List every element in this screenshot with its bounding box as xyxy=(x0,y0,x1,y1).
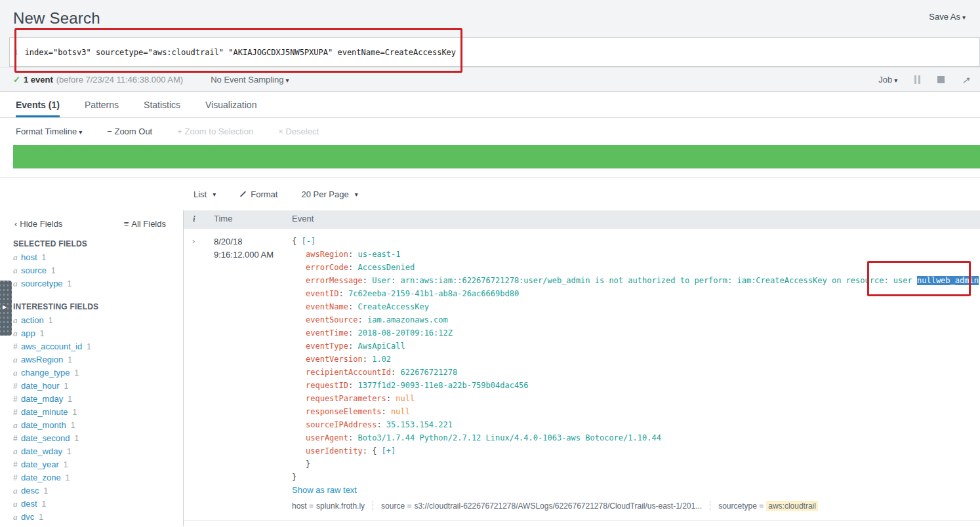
field-item-date_zone[interactable]: #date_zone1 xyxy=(0,473,183,486)
search-query-text[interactable]: index="botsv3" sourcetype="aws:cloudtrai… xyxy=(25,48,456,57)
format-timeline-dropdown[interactable]: Format Timeline▾ xyxy=(16,127,82,136)
meta-sourcetype-value[interactable]: aws:cloudtrail xyxy=(766,501,818,511)
field-item-dvc[interactable]: advc1 xyxy=(0,512,183,525)
field-item-date_mday[interactable]: #date_mday1 xyxy=(0,394,183,407)
json-line: eventType: AwsApiCall xyxy=(292,340,980,353)
field-name[interactable]: app xyxy=(21,328,35,338)
field-name[interactable]: date_wday xyxy=(21,446,62,456)
string-field-icon: a xyxy=(13,315,21,326)
string-field-icon: a xyxy=(13,486,21,496)
tab-statistics[interactable]: Statistics xyxy=(144,92,180,117)
json-brace: : xyxy=(339,289,348,298)
json-line: awsRegion: us-east-1 xyxy=(292,248,980,261)
field-name[interactable]: date_hour xyxy=(21,381,60,391)
field-name[interactable]: aws_account_id xyxy=(21,342,82,351)
highlighted-term[interactable]: nullweb_admin xyxy=(917,276,979,285)
json-brace: : xyxy=(382,407,391,416)
field-name[interactable]: date_second xyxy=(21,433,70,443)
chevron-left-icon: ‹ xyxy=(14,219,17,229)
field-name[interactable]: date_minute xyxy=(21,407,68,417)
tab-visualization[interactable]: Visualization xyxy=(205,92,256,117)
field-name[interactable]: dest xyxy=(21,499,37,509)
json-brace: : xyxy=(348,328,357,338)
json-key: userAgent xyxy=(306,433,348,442)
save-as-button[interactable]: Save As▾ xyxy=(928,9,967,24)
json-line: recipientAccountId: 622676721278 xyxy=(292,366,980,379)
field-item-awsRegion[interactable]: aawsRegion1 xyxy=(0,355,183,368)
field-name[interactable]: date_year xyxy=(21,459,59,469)
meta-source-value[interactable]: s3://cloudtrail-622676721278/AWSLogs/622… xyxy=(414,501,702,511)
field-name[interactable]: source xyxy=(21,265,47,275)
json-line: } xyxy=(292,458,980,471)
meta-host-value[interactable]: splunk.froth.ly xyxy=(316,501,365,511)
event-sampling-dropdown[interactable]: No Event Sampling▾ xyxy=(211,75,289,85)
field-item-desc[interactable]: adesc1 xyxy=(0,486,183,499)
field-name[interactable]: action xyxy=(21,315,44,325)
tab-patterns[interactable]: Patterns xyxy=(85,92,119,117)
json-line: eventID: 7c62eeba-2159-41b1-ab8a-26ac666… xyxy=(292,287,980,300)
tab-events[interactable]: Events (1) xyxy=(16,92,60,117)
stop-icon[interactable] xyxy=(937,76,945,83)
json-expand-toggle[interactable]: [+] xyxy=(382,446,396,456)
fields-sidebar: ‹Hide Fields ≡All Fields SELECTED FIELDS… xyxy=(0,210,184,526)
field-name[interactable]: sourcetype xyxy=(21,279,63,288)
field-item-date_year[interactable]: #date_year1 xyxy=(0,459,183,473)
field-name[interactable]: change_type xyxy=(21,368,70,378)
field-item-date_hour[interactable]: #date_hour1 xyxy=(0,381,183,394)
event-meta-row: host =splunk.froth.ly source =s3://cloud… xyxy=(292,501,980,519)
timeline-histogram-bar[interactable] xyxy=(13,145,980,168)
field-item-aws_account_id[interactable]: #aws_account_id1 xyxy=(0,342,183,355)
json-expand-toggle[interactable]: [-] xyxy=(301,237,316,246)
results-toolbar: List▾ Format 20 Per Page▾ xyxy=(0,178,980,210)
all-fields-button[interactable]: ≡All Fields xyxy=(124,219,166,229)
zoom-out-button[interactable]: − Zoom Out xyxy=(107,127,152,136)
search-input[interactable]: 1 index="botsv3" sourcetype="aws:cloudtr… xyxy=(9,37,980,67)
field-name[interactable]: desc xyxy=(21,486,39,496)
field-item-date_second[interactable]: #date_second1 xyxy=(0,433,183,446)
field-count: 1 xyxy=(39,513,43,522)
json-key: eventTime xyxy=(306,328,348,338)
field-count: 1 xyxy=(74,434,79,443)
field-item-source[interactable]: asource1 xyxy=(0,265,183,279)
share-icon[interactable]: ↗ xyxy=(962,75,970,85)
json-line: eventVersion: 1.02 xyxy=(292,353,980,366)
events-panel: i Time Event › 8/20/18 9:16:12.000 AM { … xyxy=(184,210,980,526)
format-button[interactable]: Format xyxy=(239,189,277,199)
field-name[interactable]: host xyxy=(21,252,37,262)
field-item-date_month[interactable]: adate_month1 xyxy=(0,420,183,433)
search-time-note: (before 7/23/24 11:46:38.000 AM) xyxy=(56,75,183,85)
top-header: New Search Save As▾ xyxy=(0,0,980,37)
expand-event-chevron-icon[interactable]: › xyxy=(192,236,195,246)
hide-fields-button[interactable]: ‹Hide Fields xyxy=(14,219,62,229)
field-item-date_wday[interactable]: adate_wday1 xyxy=(0,446,183,459)
json-val: Boto3/1.7.44 Python/2.7.12 Linux/4.4.0-1… xyxy=(357,433,661,442)
field-name[interactable]: date_mday xyxy=(21,394,63,404)
meta-source: source =s3://cloudtrail-622676721278/AWS… xyxy=(381,501,702,511)
json-val: User: arn:aws:iam::622676721278:user/web… xyxy=(372,276,917,285)
job-dropdown[interactable]: Job▾ xyxy=(878,75,897,85)
field-count: 1 xyxy=(74,368,79,378)
list-view-dropdown[interactable]: List▾ xyxy=(194,189,216,199)
json-line: errorCode: AccessDenied xyxy=(292,261,980,274)
field-name[interactable]: awsRegion xyxy=(21,355,63,364)
field-item-dest[interactable]: adest1 xyxy=(0,499,183,512)
field-name[interactable]: date_zone xyxy=(21,473,61,482)
page-title: New Search xyxy=(13,9,100,28)
field-item-app[interactable]: aapp1 xyxy=(0,328,183,342)
search-status-bar: ✓ 1 event (before 7/23/24 11:46:38.000 A… xyxy=(0,68,980,92)
field-name[interactable]: dvc xyxy=(21,512,34,522)
field-item-host[interactable]: ahost1 xyxy=(0,252,183,265)
json-line: } xyxy=(292,471,980,484)
show-raw-text-link[interactable]: Show as raw text xyxy=(292,485,357,495)
field-name[interactable]: date_month xyxy=(21,420,66,430)
field-item-action[interactable]: aaction1 xyxy=(0,315,183,328)
json-brace: : xyxy=(363,355,372,364)
sidebar-drag-handle[interactable]: ▶ xyxy=(0,281,12,336)
per-page-dropdown[interactable]: 20 Per Page▾ xyxy=(301,189,357,199)
field-item-date_minute[interactable]: #date_minute1 xyxy=(0,407,183,420)
pause-icon[interactable] xyxy=(914,75,920,84)
job-controls: Job▾ ↗ xyxy=(878,75,970,85)
field-item-change_type[interactable]: achange_type1 xyxy=(0,368,183,381)
field-item-sourcetype[interactable]: asourcetype1 xyxy=(0,279,183,292)
json-line: eventName: CreateAccessKey xyxy=(292,300,980,313)
